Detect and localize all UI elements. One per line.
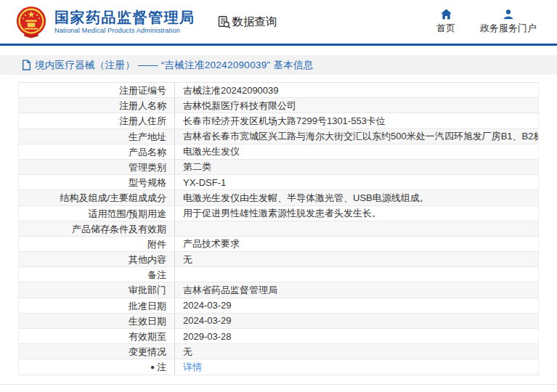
row-label: 审批部门 — [19, 282, 175, 297]
row-value: 吉械注准20242090039 — [175, 83, 538, 98]
row-label: 注册证编号 — [19, 83, 175, 97]
table-row: 注册证编号吉械注准20242090039 — [19, 83, 538, 98]
row-label: 生产地址 — [19, 129, 175, 144]
breadcrumb-bar: 境内医疗器械（注册） —— “吉械注准20242090039” 基本信息 — [0, 55, 557, 75]
row-label: 注册人名称 — [19, 98, 175, 113]
row-value: 2029-03-28 — [175, 329, 538, 344]
table-row: ●注详情 — [19, 359, 538, 375]
nmpa-logo[interactable]: 国家药品监督管理局 National Medical Products Admi… — [15, 5, 195, 38]
table-row: 型号规格YX-DSF-1 — [19, 175, 538, 190]
nav-portal[interactable]: 政务服务门户 — [480, 9, 537, 35]
row-value: 电激光生发仪由生发帽、半导体激光管、USB电源线组成。 — [175, 190, 538, 205]
table-row: 其他内容无 — [19, 252, 538, 267]
row-value: 吉林省长春市宽城区兴工路与海尔大街交汇以东约500米处一汽四环旭发厂房B1、B2… — [175, 128, 538, 144]
crumb-gap — [0, 46, 557, 55]
document-search-icon — [217, 15, 231, 29]
row-label: 产品名称 — [19, 144, 175, 159]
row-value: 用于促进男性雄性激素源性脱发患者头发生长。 — [175, 205, 538, 221]
footer-divider — [0, 384, 557, 385]
data-query-tab[interactable]: 数据查询 — [217, 15, 277, 30]
row-value: 2024-03-29 — [175, 298, 538, 313]
row-value: 吉林悦新医疗科技有限公司 — [175, 98, 538, 113]
table-row: 生效日期2024-03-29 — [19, 314, 538, 329]
row-value: 吉林省药品监督管理局 — [175, 282, 538, 298]
home-icon — [440, 9, 452, 20]
row-value: 无 — [175, 252, 538, 267]
detail-link[interactable]: 详情 — [183, 362, 202, 372]
row-label: 适用范围/预期用途 — [19, 206, 175, 221]
table-row: 注册人住所长春市经济开发区机场大路7299号1301-553卡位 — [19, 113, 538, 128]
row-label: 型号规格 — [19, 175, 175, 189]
org-name-en: National Medical Products Administration — [54, 27, 195, 34]
row-label: 生效日期 — [19, 314, 175, 328]
header-nav: 首页 政务服务门户 — [436, 9, 537, 35]
nav-home[interactable]: 首页 — [436, 9, 455, 35]
registration-info-table: 注册证编号吉械注准20242090039注册人名称吉林悦新医疗科技有限公司注册人… — [18, 82, 539, 375]
row-label: 附件 — [19, 237, 175, 251]
row-value: 第二类 — [175, 159, 538, 174]
table-row: 备注 — [19, 267, 538, 282]
nav-portal-label: 政务服务门户 — [480, 22, 537, 35]
data-query-label: 数据查询 — [232, 15, 277, 30]
header: 国家药品监督管理局 National Medical Products Admi… — [0, 0, 557, 46]
row-value: 长春市经济开发区机场大路7299号1301-553卡位 — [175, 113, 538, 128]
national-emblem-icon — [15, 5, 48, 38]
nav-home-label: 首页 — [436, 22, 455, 35]
table-row: 注册人名称吉林悦新医疗科技有限公司 — [19, 98, 538, 113]
row-value: 2024-03-29 — [175, 313, 538, 328]
page-title: 境内医疗器械（注册） —— “吉械注准20242090039” 基本信息 — [35, 59, 314, 72]
row-label: ●注 — [19, 359, 175, 374]
table-row: 审批部门吉林省药品监督管理局 — [19, 282, 538, 298]
table-row: 变更情况无 — [19, 344, 538, 359]
table-row: 管理类别第二类 — [19, 160, 538, 175]
row-value: 电激光生发仪 — [175, 144, 538, 159]
row-label: 变更情况 — [19, 344, 175, 359]
row-value: YX-DSF-1 — [175, 175, 538, 190]
org-names: 国家药品监督管理局 National Medical Products Admi… — [54, 9, 195, 34]
row-label: 批准日期 — [19, 298, 175, 313]
row-label: 其他内容 — [19, 252, 175, 266]
table-row: 结构及组成/主要组成成分电激光生发仪由生发帽、半导体激光管、USB电源线组成。 — [19, 190, 538, 205]
document-icon — [22, 60, 31, 70]
page: 国家药品监督管理局 National Medical Products Admi… — [0, 0, 557, 392]
row-label: 产品储存条件及有效期 — [19, 221, 175, 236]
table-row: 生产地址吉林省长春市宽城区兴工路与海尔大街交汇以东约500米处一汽四环旭发厂房B… — [19, 129, 538, 144]
table-row: 有效期至2029-03-28 — [19, 329, 538, 344]
row-value: 详情 — [175, 359, 538, 375]
row-value: 无 — [175, 344, 538, 359]
note-bullet-icon: ● — [150, 359, 155, 374]
row-label: 备注 — [19, 267, 175, 282]
table-row: 批准日期2024-03-29 — [19, 298, 538, 314]
table-row: 产品储存条件及有效期 — [19, 221, 538, 237]
row-value: 产品技术要求 — [175, 236, 538, 251]
user-icon — [503, 9, 514, 20]
org-name-cn: 国家药品监督管理局 — [54, 9, 195, 25]
row-label: 结构及组成/主要组成成分 — [19, 190, 175, 205]
row-label: 管理类别 — [19, 160, 175, 174]
table-row: 附件产品技术要求 — [19, 237, 538, 252]
row-label: 有效期至 — [19, 329, 175, 343]
table-row: 适用范围/预期用途用于促进男性雄性激素源性脱发患者头发生长。 — [19, 206, 538, 221]
table-row: 产品名称电激光生发仪 — [19, 144, 538, 160]
row-label: 注册人住所 — [19, 113, 175, 128]
